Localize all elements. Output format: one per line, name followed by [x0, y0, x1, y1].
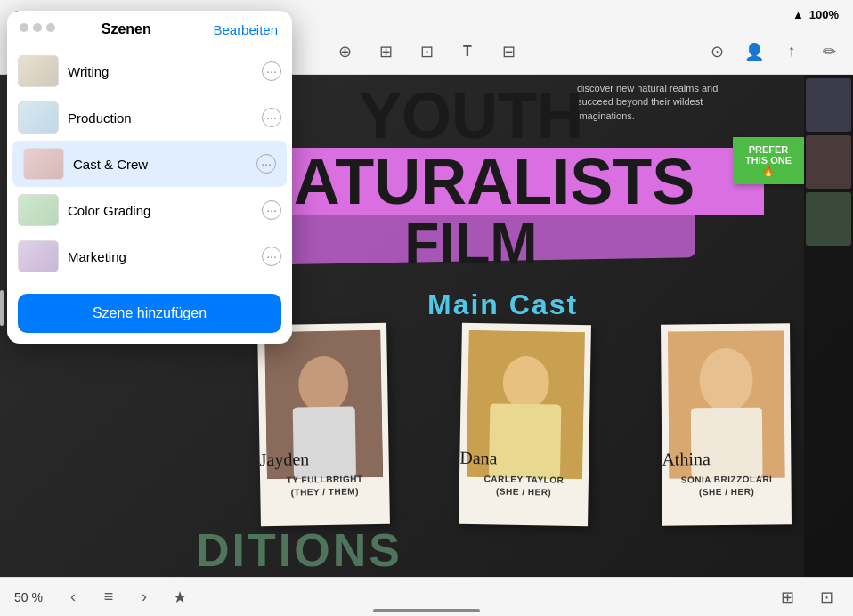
main-cast-label: Main Cast	[427, 288, 578, 321]
panel-item-more-marketing[interactable]: ···	[262, 247, 281, 266]
layout-icon[interactable]: ⊞	[775, 585, 800, 610]
auditions-text: DITIONS	[196, 523, 402, 577]
panel-item-more-writing[interactable]: ···	[262, 61, 281, 81]
insert-image-icon[interactable]: ⊟	[495, 38, 522, 65]
panel-list: Writing ··· Production ··· Cast & Crew ·…	[7, 45, 292, 287]
battery-label: 100%	[809, 8, 839, 21]
zoom-level: 50 %	[14, 590, 50, 604]
panel-header: Szenen Bearbeiten	[7, 11, 292, 45]
panel-item-more-color-grading[interactable]: ···	[262, 200, 281, 220]
next-slide-button[interactable]: ›	[132, 585, 157, 610]
home-indicator	[373, 609, 480, 612]
cast-name-dana: Dana	[459, 448, 581, 470]
insert-media-icon[interactable]: ⊡	[413, 38, 440, 65]
cast-fullname-athina: SONIA BRIZZOLARI(SHE / HER)	[669, 473, 784, 498]
prev-slide-button[interactable]: ‹	[61, 585, 85, 610]
thumbnail-strip	[804, 75, 853, 577]
panel-item-name-production: Production	[68, 110, 253, 126]
favorite-button[interactable]: ★	[167, 585, 192, 610]
panel-item-name-writing: Writing	[68, 64, 253, 79]
panel-item-name-color-grading: Color Grading	[68, 203, 253, 218]
panel-edit-button[interactable]: Bearbeiten	[213, 22, 278, 37]
panel-thumb-writing	[18, 55, 59, 87]
cast-card-jayden: Jayden TY FULLBRIGHT(THEY / THEM)	[257, 323, 390, 526]
panel-item-more-cast-crew[interactable]: ···	[256, 154, 276, 174]
panel-thumb-color-grading	[18, 194, 59, 226]
wifi-icon: ▲	[792, 8, 804, 21]
insert-table-icon[interactable]: ⊞	[372, 38, 399, 65]
animate-icon[interactable]: ⊙	[703, 38, 730, 65]
cast-name-jayden: Jayden	[259, 448, 381, 470]
panel-title: Szenen	[39, 21, 213, 37]
cast-row: Jayden TY FULLBRIGHT(THEY / THEM) Dana C…	[240, 324, 808, 525]
cast-card-dana: Dana CARLEY TAYLOR(SHE / HER)	[459, 323, 591, 526]
cast-card-athina: Athina SONIA BRIZZOLARI(SHE / HER)	[661, 323, 792, 525]
insert-shape-icon[interactable]: ⊕	[331, 38, 358, 65]
view-mode-icon[interactable]: ⊡	[814, 585, 839, 610]
cast-name-athina: Athina	[662, 448, 784, 469]
pencil-icon[interactable]: ✏	[816, 38, 842, 65]
sticky-note[interactable]: PREFER THIS ONE 🔥	[733, 137, 804, 184]
insert-text-icon[interactable]: T	[454, 38, 481, 65]
share-icon[interactable]: ↑	[778, 38, 805, 65]
scenes-panel: Szenen Bearbeiten Writing ··· Production…	[7, 11, 292, 344]
panel-thumb-production	[18, 101, 59, 134]
panel-item-cast-crew[interactable]: Cast & Crew ···	[12, 141, 287, 187]
panel-item-color-grading[interactable]: Color Grading ···	[7, 187, 292, 233]
panel-thumb-cast-crew	[23, 148, 64, 180]
add-scene-button[interactable]: Szene hinzufügen	[18, 294, 281, 333]
panel-item-writing[interactable]: Writing ···	[7, 48, 292, 94]
panel-item-production[interactable]: Production ···	[7, 94, 292, 141]
panel-item-name-marketing: Marketing	[68, 249, 253, 264]
panel-item-name-cast-crew: Cast & Crew	[73, 157, 248, 172]
panel-item-marketing[interactable]: Marketing ···	[7, 233, 292, 280]
panel-thumb-marketing	[18, 240, 59, 272]
collaborate-icon[interactable]: 👤	[741, 38, 768, 65]
drag-handle[interactable]	[0, 290, 4, 326]
panel-item-more-production[interactable]: ···	[262, 108, 281, 127]
slide-list-button[interactable]: ≡	[96, 585, 121, 610]
